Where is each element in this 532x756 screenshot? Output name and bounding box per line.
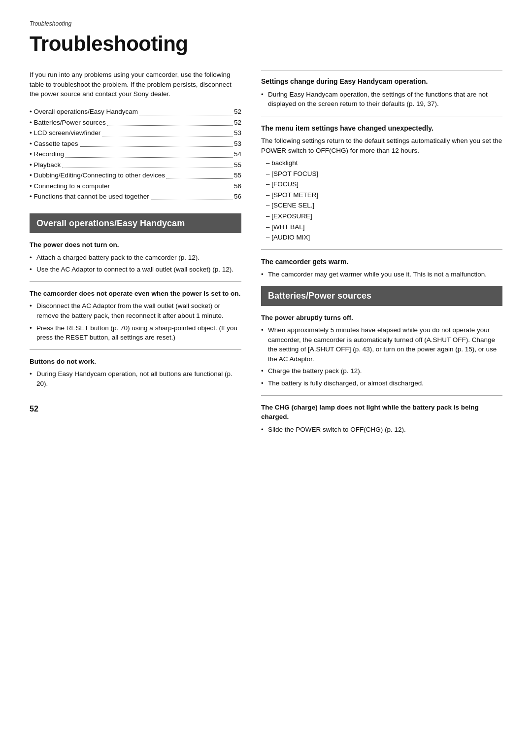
list-item: During Easy Handycam operation, the sett… (261, 90, 502, 109)
subsection-warm-title: The camcorder gets warm. (261, 257, 502, 267)
list-item: • Recording54 (30, 149, 241, 159)
subsection-power-off: The power abruptly turns off. When appro… (261, 313, 502, 388)
right-column: Settings change during Easy Handycam ope… (261, 70, 502, 439)
intro-text: If you run into any problems using your … (30, 70, 241, 99)
list-item: The camcorder may get warmer while you u… (261, 270, 502, 279)
list-item: Charge the battery pack (p. 12). (261, 366, 502, 376)
subsection-no-operate-bullets: Disconnect the AC Adaptor from the wall … (30, 301, 241, 342)
subsection-chg-lamp: The CHG (charge) lamp does not light whi… (261, 403, 502, 435)
list-item: • Dubbing/Editing/Connecting to other de… (30, 171, 241, 180)
section-batteries-header: Batteries/Power sources (261, 286, 502, 306)
list-item: • Connecting to a computer56 (30, 181, 241, 191)
list-item: – [SPOT FOCUS] (266, 169, 502, 179)
divider (261, 395, 502, 396)
left-column: If you run into any problems using your … (30, 70, 241, 439)
subsection-no-operate: The camcorder does not operate even when… (30, 289, 241, 343)
subsection-power-off-bullets: When approximately 5 minutes have elapse… (261, 325, 502, 388)
subsection-power-on: The power does not turn on. Attach a cha… (30, 240, 241, 275)
subsection-power-on-title: The power does not turn on. (30, 240, 241, 250)
divider-top-right (261, 70, 502, 70)
divider (261, 116, 502, 116)
list-item: When approximately 5 minutes have elapse… (261, 325, 502, 364)
list-item: – backlight (266, 158, 502, 168)
divider (30, 349, 241, 350)
subsection-menu-item-title: The menu item settings have changed unex… (261, 123, 502, 133)
list-item: – [WHT BAL] (266, 222, 502, 232)
subsection-power-on-bullets: Attach a charged battery pack to the cam… (30, 253, 241, 275)
list-item: Slide the POWER switch to OFF(CHG) (p. 1… (261, 425, 502, 435)
list-item: • Playback55 (30, 160, 241, 170)
subsection-power-off-title: The power abruptly turns off. (261, 313, 502, 323)
page-number: 52 (30, 403, 241, 414)
divider (261, 249, 502, 250)
divider (30, 281, 241, 282)
subsection-chg-lamp-bullets: Slide the POWER switch to OFF(CHG) (p. 1… (261, 425, 502, 435)
list-item: Attach a charged battery pack to the cam… (30, 253, 241, 263)
subsection-warm: The camcorder gets warm. The camcorder m… (261, 257, 502, 279)
list-item: • Functions that cannot be used together… (30, 192, 241, 202)
subsection-settings-change: Settings change during Easy Handycam ope… (261, 76, 502, 108)
list-item: During Easy Handycam operation, not all … (30, 369, 241, 388)
subsection-chg-lamp-title: The CHG (charge) lamp does not light whi… (261, 403, 502, 422)
list-item: – [FOCUS] (266, 179, 502, 189)
subsection-menu-item: The menu item settings have changed unex… (261, 123, 502, 242)
table-of-contents: • Overall operations/Easy Handycam52• Ba… (30, 107, 241, 202)
list-item: Press the RESET button (p. 70) using a s… (30, 323, 241, 343)
list-item: – [SPOT METER] (266, 190, 502, 200)
list-item: • Overall operations/Easy Handycam52 (30, 107, 241, 117)
chapter-label: Troubleshooting (30, 20, 502, 28)
list-item: • LCD screen/viewfinder53 (30, 128, 241, 138)
settings-list: – backlight– [SPOT FOCUS]– [FOCUS]– [SPO… (266, 158, 502, 242)
subsection-buttons-bullets: During Easy Handycam operation, not all … (30, 369, 241, 388)
list-item: Disconnect the AC Adaptor from the wall … (30, 301, 241, 320)
list-item: The battery is fully discharged, or almo… (261, 378, 502, 388)
subsection-buttons: Buttons do not work. During Easy Handyca… (30, 357, 241, 389)
list-item: Use the AC Adaptor to connect to a wall … (30, 265, 241, 275)
list-item: • Cassette tapes53 (30, 139, 241, 149)
list-item: • Batteries/Power sources52 (30, 118, 241, 128)
subsection-buttons-title: Buttons do not work. (30, 357, 241, 367)
section-overall-header: Overall operations/Easy Handycam (30, 213, 241, 233)
list-item: – [AUDIO MIX] (266, 233, 502, 242)
subsection-settings-change-bullets: During Easy Handycam operation, the sett… (261, 90, 502, 109)
list-item: – [EXPOSURE] (266, 211, 502, 221)
list-item: – [SCENE SEL.] (266, 201, 502, 210)
subsection-menu-item-intro: The following settings return to the def… (261, 136, 502, 155)
page-title: Troubleshooting (30, 29, 502, 59)
subsection-no-operate-title: The camcorder does not operate even when… (30, 289, 241, 299)
subsection-settings-change-title: Settings change during Easy Handycam ope… (261, 76, 502, 86)
subsection-warm-bullets: The camcorder may get warmer while you u… (261, 270, 502, 279)
